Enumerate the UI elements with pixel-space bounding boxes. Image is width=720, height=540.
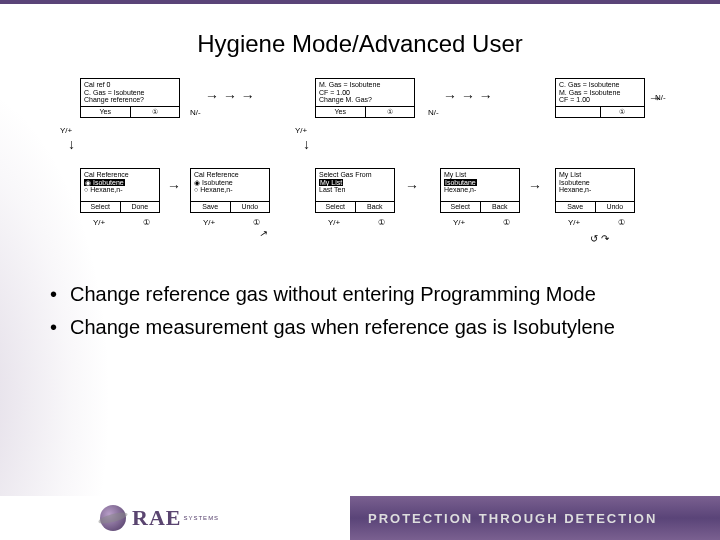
- arrow-right: →: [528, 178, 542, 194]
- arrow-right: → → →: [443, 88, 493, 104]
- screen-gas-from: Select Gas From My List Last Ten SelectB…: [315, 168, 395, 213]
- btn: Select: [441, 202, 481, 212]
- btn-mode: ①: [601, 107, 645, 117]
- btn-mode: ①: [378, 218, 385, 227]
- btn-mode: ①: [253, 218, 260, 227]
- bullet-item: Change reference gas without entering Pr…: [50, 283, 670, 306]
- screen-mylist-sel: My List Isobutane Hexane,n- SelectBack: [440, 168, 520, 213]
- line: Change M. Gas?: [319, 96, 411, 104]
- option: Hexane,n-: [84, 186, 156, 194]
- option: Isobutane: [444, 179, 477, 187]
- flow-diagram: Cal ref 0 C. Gas = Isobutene Change refe…: [50, 78, 670, 258]
- logo-icon: [100, 505, 126, 531]
- screen-cal-save: Cal Reference Isobutene Hexane,n- SaveUn…: [190, 168, 270, 213]
- btn: Back: [356, 202, 395, 212]
- arrow-right: → → →: [205, 88, 255, 104]
- arrow-right: →: [648, 90, 662, 106]
- btn: Undo: [596, 202, 635, 212]
- btn: Undo: [231, 202, 270, 212]
- screen-cal-select: Cal Reference Isobutene Hexane,n- Select…: [80, 168, 160, 213]
- line: CF = 1.00: [319, 89, 411, 97]
- bullet-list: Change reference gas without entering Pr…: [50, 283, 670, 339]
- title: My List: [559, 171, 631, 179]
- btn-nminus: N/-: [428, 108, 439, 117]
- btn: Save: [556, 202, 596, 212]
- screen-summary: C. Gas = Isobutene M. Gas = Isobutene CF…: [555, 78, 645, 118]
- arrow-right: →: [167, 178, 181, 194]
- tagline: PROTECTION THROUGH DETECTION: [350, 496, 720, 540]
- btn-yplus: Y/+: [568, 218, 580, 227]
- logo-sub: SYSTEMS: [183, 515, 219, 521]
- btn: Select: [316, 202, 356, 212]
- option: Isobutene: [84, 179, 125, 187]
- line: CF = 1.00: [559, 96, 641, 104]
- line: C. Gas = Isobutene: [84, 89, 176, 97]
- slide-footer: RAE SYSTEMS PROTECTION THROUGH DETECTION: [0, 496, 720, 540]
- screen-mgas: M. Gas = Isobutene CF = 1.00 Change M. G…: [315, 78, 415, 118]
- btn-mode: ①: [618, 218, 625, 227]
- logo-brand: RAE: [132, 505, 181, 531]
- logo-area: RAE SYSTEMS: [0, 496, 350, 540]
- title: Cal Reference: [194, 171, 266, 179]
- option: Hexane,n-: [194, 186, 266, 194]
- bullet-item: Change measurement gas when reference ga…: [50, 316, 670, 339]
- btn-mode: ①: [366, 107, 415, 117]
- title: Select Gas From: [319, 171, 391, 179]
- btn-mode: ①: [143, 218, 150, 227]
- line: M. Gas = Isobutene: [559, 89, 641, 97]
- screen-cal-ref: Cal ref 0 C. Gas = Isobutene Change refe…: [80, 78, 180, 118]
- line: M. Gas = Isobutene: [319, 81, 411, 89]
- option: My List: [319, 179, 343, 187]
- option: Hexane,n-: [559, 186, 631, 194]
- arrow-down: ↓: [68, 136, 75, 152]
- slide: Hygiene Mode/Advanced User Cal ref 0 C. …: [0, 0, 720, 540]
- btn-yes: Yes: [316, 107, 366, 117]
- screen-mylist-save: My List Isobutene Hexane,n- SaveUndo: [555, 168, 635, 213]
- title: My List: [444, 171, 516, 179]
- btn-mode: ①: [503, 218, 510, 227]
- btn: Select: [81, 202, 121, 212]
- btn-yplus: Y/+: [453, 218, 465, 227]
- btn-yplus: Y/+: [93, 218, 105, 227]
- btn: Back: [481, 202, 520, 212]
- btn-nminus: N/-: [190, 108, 201, 117]
- arrow-down: ↓: [303, 136, 310, 152]
- line: Change reference?: [84, 96, 176, 104]
- btn: Save: [191, 202, 231, 212]
- btn-yes: Yes: [81, 107, 131, 117]
- arrow-curve: ↗: [259, 227, 269, 239]
- option: Isobutene: [559, 179, 631, 187]
- slide-title: Hygiene Mode/Advanced User: [0, 0, 720, 58]
- arrow-right: →: [405, 178, 419, 194]
- option: Isobutene: [194, 179, 266, 187]
- btn-yplus: Y/+: [203, 218, 215, 227]
- option: Last Ten: [319, 186, 391, 194]
- btn: Done: [121, 202, 160, 212]
- line: C. Gas = Isobutene: [559, 81, 641, 89]
- btn-mode: ①: [131, 107, 180, 117]
- btn-yplus: Y/+: [60, 126, 72, 135]
- btn-yplus: Y/+: [295, 126, 307, 135]
- arrow-curve: ↺ ↷: [590, 233, 609, 244]
- line: Cal ref 0: [84, 81, 176, 89]
- top-bar: [0, 0, 720, 4]
- option: Hexane,n-: [444, 186, 516, 194]
- title: Cal Reference: [84, 171, 156, 179]
- btn-yplus: Y/+: [328, 218, 340, 227]
